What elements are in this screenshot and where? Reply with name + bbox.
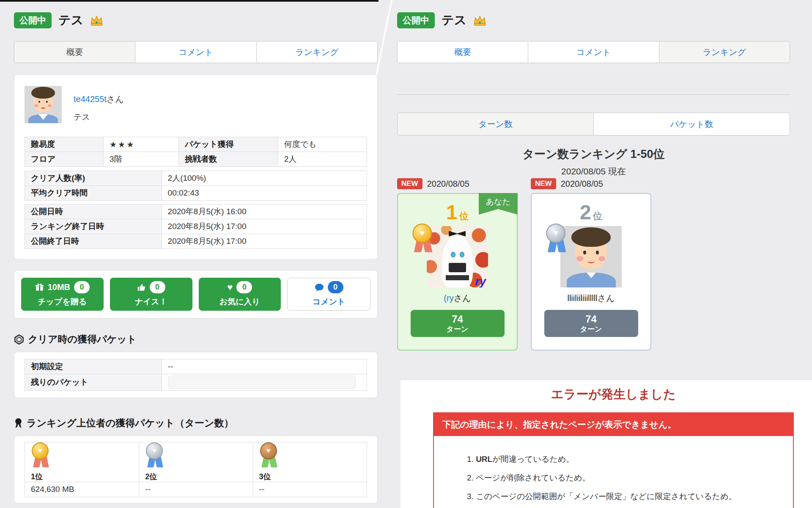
favorite-button[interactable]: ♥ 0 お気に入り xyxy=(199,278,281,311)
gold-prize-value: 624,630 MB xyxy=(25,482,139,497)
clear-value-time: 00:02:43 xyxy=(162,186,367,201)
silver-medal-icon: ♥ xyxy=(145,442,165,469)
ranking-entry-1: NEW 2020/08/05 あなた 1 位 ♥ ry xyxy=(397,178,518,351)
tab-comments-right[interactable]: コメント xyxy=(528,41,659,63)
crown-icon-right xyxy=(473,15,486,26)
comment-count-badge: 0 xyxy=(328,281,343,293)
entry1-name: (ryさん xyxy=(398,293,517,304)
error-reason-2: 2. ページが削除されているため。 xyxy=(467,472,783,483)
entry2-avatar xyxy=(560,226,622,287)
tip-amount: 10MB xyxy=(48,282,70,292)
tab-overview-right[interactable]: 概要 xyxy=(397,41,528,63)
entry2-score: 74 ターン xyxy=(544,310,638,337)
entry2-silver-medal-icon: ♥ xyxy=(545,224,568,255)
topranker-card: ♥ 1位 ♥ 2位 ♥ 3位 624,630 MB -- -- xyxy=(14,436,378,503)
date-label-publish: 公開日時 xyxy=(25,204,162,219)
heart-icon: ♥ xyxy=(227,283,233,292)
profile: te44255tさん テス xyxy=(25,86,367,123)
spec-table: 難易度 ★★★ パケット獲得 何度でも フロア 3階 挑戦者数 2人 xyxy=(25,137,367,167)
new-badge-1: NEW xyxy=(397,178,422,189)
bronze-medal-icon: ♥ xyxy=(259,442,280,469)
tab-ranking[interactable]: ランキング xyxy=(256,41,378,63)
action-buttons-card: 10MB 0 チップを贈る 0 ナイス！ ♥ 0 お気に xyxy=(14,270,378,318)
right-panel: 公開中 テス 概要 コメント ランキング ターン数 パケット数 ターン数ランキン… xyxy=(397,0,790,351)
entry2-rank-number: 2 xyxy=(580,201,591,224)
bronze-prize-value: -- xyxy=(253,482,367,497)
gold-medal-icon: ♥ xyxy=(31,442,51,469)
nice-label: ナイス！ xyxy=(134,296,167,307)
subtab-packets[interactable]: パケット数 xyxy=(593,113,790,135)
comment-bubble-icon xyxy=(315,283,324,292)
silver-prize-value: -- xyxy=(139,482,253,497)
nice-count-badge: 0 xyxy=(150,281,165,293)
profile-avatar xyxy=(25,86,62,123)
entry1-score-number: 74 xyxy=(452,313,463,325)
spec-value-difficulty: ★★★ xyxy=(104,137,179,152)
entry1-score: 74 ターン xyxy=(411,310,505,337)
medal-cell-gold: ♥ 1位 xyxy=(25,442,139,482)
error-reason-1: 1. URLが間違っているため。 xyxy=(467,454,783,465)
entry1-name-link[interactable]: (ry xyxy=(444,293,453,303)
packet-value-remaining xyxy=(162,374,367,391)
entry1-date: 2020/08/05 xyxy=(427,179,469,189)
reason3-text: このページの公開範囲が「メンバー限定」などに限定されているため。 xyxy=(476,492,736,501)
packet-heading-text: クリア時の獲得パケット xyxy=(28,333,137,346)
entry2-name: lliiliiliiilllllさん xyxy=(532,293,650,304)
nice-button[interactable]: 0 ナイス！ xyxy=(110,278,192,311)
medal-table: ♥ 1位 ♥ 2位 ♥ 3位 624,630 MB -- -- xyxy=(25,442,367,497)
error-box: 下記の理由により、指定されたページが表示できません。 1. URLが間違っている… xyxy=(433,412,794,508)
subtab-turns-label: ターン数 xyxy=(478,119,513,130)
left-tabs: 概要 コメント ランキング xyxy=(14,41,378,63)
tab-overview[interactable]: 概要 xyxy=(14,41,135,63)
entry1-avatar-watermark: ry xyxy=(475,276,486,287)
spec-label-difficulty: 難易度 xyxy=(25,137,104,152)
error-section: エラーが発生しました 下記の理由により、指定されたページが表示できません。 1.… xyxy=(433,386,794,508)
subtab-turns[interactable]: ターン数 xyxy=(397,113,594,135)
tab-ranking-right-label: ランキング xyxy=(703,47,746,58)
reason2-number: 2. xyxy=(467,473,474,482)
subtab-packets-label: パケット数 xyxy=(670,119,713,130)
medal-cell-bronze: ♥ 3位 xyxy=(253,442,367,482)
overview-card: te44255tさん テス 難易度 ★★★ パケット獲得 何度でも フロア 3階… xyxy=(14,75,378,260)
send-tip-button[interactable]: 10MB 0 チップを贈る xyxy=(21,278,104,311)
profile-name: te44255tさん xyxy=(74,94,124,105)
spec-value-floor: 3階 xyxy=(104,152,179,167)
packet-card: 初期設定 -- 残りのパケット xyxy=(14,352,378,398)
tip-count-badge: 0 xyxy=(74,281,90,293)
entry2-honorific: さん xyxy=(598,293,615,303)
packet-value-initial: -- xyxy=(162,359,367,374)
tab-ranking-label: ランキング xyxy=(295,47,338,58)
page: 公開中 テス 概要 コメント ランキング te44255tさん テ xyxy=(0,0,812,508)
tab-overview-label: 概要 xyxy=(66,47,83,58)
page-title: テス xyxy=(58,12,83,29)
right-tabs: 概要 コメント ランキング xyxy=(397,41,790,63)
reason3-number: 3. xyxy=(467,492,474,501)
left-panel: 公開中 テス 概要 コメント ランキング te44255tさん テ xyxy=(14,0,378,503)
username-link[interactable]: te44255t xyxy=(74,94,107,104)
error-reason-3: 3. このページの公開範囲が「メンバー限定」などに限定されているため。 xyxy=(467,491,783,502)
entry1-new-row: NEW 2020/08/05 xyxy=(397,178,518,189)
packet-label-initial: 初期設定 xyxy=(25,359,162,374)
comment-label: コメント xyxy=(313,296,346,307)
date-label-ranking-end: ランキング終了日時 xyxy=(25,219,162,234)
entry2-new-row: NEW 2020/08/05 xyxy=(531,178,651,189)
date-label-publish-end: 公開終了日時 xyxy=(25,234,162,249)
packet-table: 初期設定 -- 残りのパケット xyxy=(25,359,367,391)
entry1-rank-number: 1 xyxy=(446,201,458,224)
comment-button[interactable]: 0 コメント xyxy=(287,278,370,311)
tab-comments[interactable]: コメント xyxy=(135,41,256,63)
packet-section-heading: クリア時の獲得パケット xyxy=(14,333,378,346)
tab-comments-label: コメント xyxy=(178,47,213,58)
ranking-entries: NEW 2020/08/05 あなた 1 位 ♥ ry xyxy=(397,178,790,351)
error-box-title: 下記の理由により、指定されたページが表示できません。 xyxy=(434,413,793,436)
new-badge-2: NEW xyxy=(531,178,556,189)
date-value-publish: 2020年8月5(水) 16:00 xyxy=(162,204,367,219)
honorific: さん xyxy=(107,94,124,104)
spec-value-packet: 何度でも xyxy=(278,137,367,152)
tab-ranking-right[interactable]: ランキング xyxy=(659,41,790,63)
entry2-date: 2020/08/05 xyxy=(561,179,603,189)
status-badge-right: 公開中 xyxy=(397,12,435,28)
rosette-icon xyxy=(14,418,23,428)
packet-label-remaining: 残りのパケット xyxy=(25,374,162,391)
clear-value-count: 2人(100%) xyxy=(162,171,367,186)
